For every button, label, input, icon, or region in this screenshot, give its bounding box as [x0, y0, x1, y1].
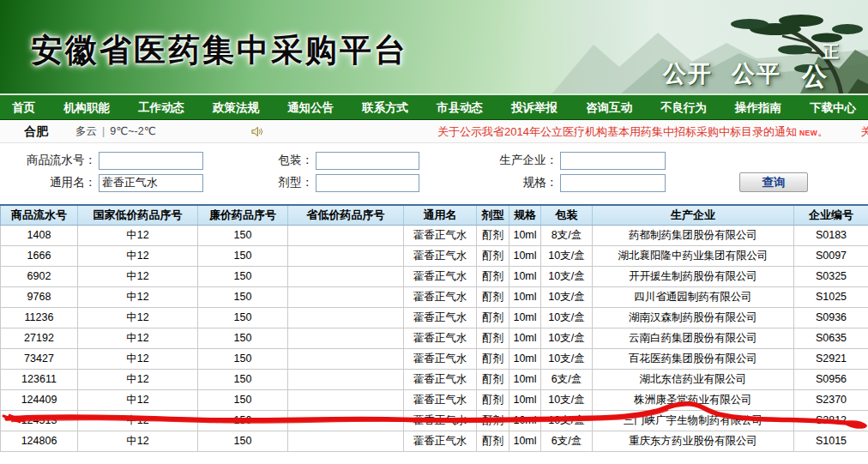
cell-national-lowprice-no: 中12: [78, 225, 198, 245]
cell-cheap-drug-no: 150: [198, 307, 288, 328]
column-header: 廉价药品序号: [198, 205, 288, 225]
cell-packaging: 10支/盒: [541, 410, 593, 431]
cell-spec: 10ml: [509, 286, 541, 307]
cell-serial: 11236: [1, 307, 78, 328]
nav-item[interactable]: 投诉举报: [511, 95, 558, 120]
cell-generic-name: 藿香正气水: [404, 225, 477, 245]
spec-input[interactable]: [560, 174, 666, 192]
cell-spec: 10ml: [509, 245, 541, 266]
speaker-icon: [250, 125, 263, 138]
site-title: 安徽省医药集中采购平台: [31, 29, 408, 72]
notice-link-2[interactable]: 关于公布: [860, 125, 868, 138]
column-header: 通用名: [404, 205, 477, 225]
field-product-serial: 商品流水号：: [0, 151, 203, 170]
table-row: 123611 中12 150 藿香正气水 酊剂 10ml 6支/盒 湖北东信药业…: [1, 369, 868, 389]
cell-packaging: 10支/盒: [541, 286, 593, 307]
cell-generic-name: 藿香正气水: [404, 286, 477, 307]
cell-province-lowprice-no: [288, 307, 404, 328]
cell-serial: 6902: [1, 266, 78, 286]
cell-enterprise-id: S0936: [794, 307, 868, 328]
nav-item[interactable]: 联系方式: [362, 95, 408, 120]
cell-enterprise-id: S2370: [794, 389, 868, 410]
dosage-form-input[interactable]: [316, 174, 419, 192]
cell-enterprise-id: S0097: [794, 245, 868, 266]
cell-cheap-drug-no: 150: [198, 410, 288, 431]
nav-item[interactable]: 通知公告: [287, 95, 334, 120]
cell-enterprise-id: S2921: [794, 348, 868, 369]
temperature: 9℃~-2℃: [110, 125, 155, 137]
cell-province-lowprice-no: [288, 389, 404, 410]
cell-province-lowprice-no: [288, 369, 404, 389]
table-header: 商品流水号国家低价药品序号廉价药品序号省低价药品序号通用名剂型规格包装生产企业企…: [1, 205, 868, 225]
cell-national-lowprice-no: 中12: [78, 286, 198, 307]
generic-name-input[interactable]: [99, 174, 203, 192]
cell-manufacturer: 重庆东方药业股份有限公司: [593, 431, 794, 451]
cell-cheap-drug-no: 150: [198, 286, 288, 307]
packaging-input[interactable]: [316, 152, 419, 170]
search-form: 商品流水号： 包装： 生产企业： 通用名： 剂型： 规格： 查询: [0, 143, 868, 204]
cell-national-lowprice-no: 中12: [78, 431, 198, 451]
cell-province-lowprice-no: [288, 410, 404, 431]
product-serial-input[interactable]: [99, 152, 203, 170]
cell-generic-name: 藿香正气水: [404, 348, 477, 369]
cell-packaging: 10支/盒: [541, 348, 593, 369]
cell-spec: 10ml: [509, 225, 541, 245]
table-row: 1408 中12 150 藿香正气水 酊剂 10ml 8支/盒 药都制药集团股份…: [1, 225, 868, 245]
query-button[interactable]: 查询: [739, 172, 808, 192]
cell-packaging: 10支/盒: [541, 307, 593, 328]
notice-suffix: 。: [817, 126, 828, 138]
notice-link-1[interactable]: 关于公示我省2014年公立医疗机构基本用药集中招标采购中标目录的通知: [437, 125, 797, 138]
column-header: 剂型: [477, 205, 509, 225]
table-row: 1666 中12 150 藿香正气水 酊剂 10ml 10支/盒 湖北襄阳隆中药…: [1, 245, 868, 266]
cell-spec: 10ml: [509, 307, 541, 328]
slogan-word-just: 正公: [802, 55, 829, 89]
field-generic-name: 通用名：: [0, 173, 203, 192]
cell-generic-name: 藿香正气水: [404, 369, 477, 389]
cell-manufacturer: 株洲康圣堂药业有限公司: [593, 389, 794, 410]
cell-manufacturer: 湖南汉森制药股份有限公司: [593, 307, 794, 328]
cell-cheap-drug-no: 150: [198, 389, 288, 410]
weather-info: 多云|9℃~-2℃: [75, 120, 156, 143]
nav-item[interactable]: 咨询互动: [586, 95, 632, 120]
generic-name-label: 通用名：: [0, 175, 99, 190]
cell-generic-name: 藿香正气水: [404, 389, 477, 410]
banner-slogan: 公开 公平 正公: [663, 55, 829, 89]
table-row: 124409 中12 150 藿香正气水 酊剂 10ml 10支/盒 株洲康圣堂…: [1, 389, 868, 410]
column-header: 商品流水号: [1, 205, 78, 225]
cell-national-lowprice-no: 中12: [78, 307, 198, 328]
cell-enterprise-id: S1025: [794, 286, 868, 307]
nav-item[interactable]: 不良行为: [660, 95, 707, 120]
cell-cheap-drug-no: 150: [198, 369, 288, 389]
manufacturer-label: 生产企业：: [480, 153, 560, 168]
nav-item[interactable]: 机构职能: [63, 95, 110, 120]
cell-spec: 10ml: [509, 410, 541, 431]
cell-dosage-form: 酊剂: [477, 266, 509, 286]
nav-item[interactable]: 操作指南: [735, 95, 781, 120]
cell-province-lowprice-no: [288, 348, 404, 369]
nav-item[interactable]: 工作动态: [138, 95, 184, 120]
nav-item[interactable]: 政策法规: [213, 95, 259, 120]
cell-spec: 10ml: [509, 431, 541, 451]
nav-item[interactable]: 下载中心: [810, 95, 856, 120]
cell-dosage-form: 酊剂: [477, 369, 509, 389]
cell-manufacturer: 湖北襄阳隆中药业集团有限公司: [593, 245, 794, 266]
nav-item[interactable]: 市县动态: [437, 95, 483, 120]
cell-packaging: 10支/盒: [541, 266, 593, 286]
table-row: 124513 中12 150 藿香正气水 酊剂 10ml 10支/盒 三门峡广宇…: [1, 410, 868, 431]
results-table-body: 1408 中12 150 藿香正气水 酊剂 10ml 8支/盒 药都制药集团股份…: [1, 225, 868, 451]
nav-item[interactable]: 首页: [12, 95, 35, 120]
cell-serial: 124409: [1, 389, 78, 410]
cell-province-lowprice-no: [288, 328, 404, 348]
field-dosage-form: 剂型：: [257, 173, 419, 192]
cell-enterprise-id: S0956: [794, 369, 868, 389]
packaging-label: 包装：: [257, 153, 316, 168]
cell-national-lowprice-no: 中12: [78, 245, 198, 266]
city-label: 合肥: [24, 120, 48, 143]
cell-dosage-form: 酊剂: [477, 431, 509, 451]
cell-packaging: 6支/盒: [541, 431, 593, 451]
manufacturer-input[interactable]: [560, 152, 666, 170]
field-spec: 规格：: [480, 173, 666, 192]
cell-enterprise-id: S0183: [794, 225, 868, 245]
cell-serial: 73427: [1, 348, 78, 369]
notice-marquee: 关于公示我省2014年公立医疗机构基本用药集中招标采购中标目录的通知NEW。关于…: [437, 120, 868, 145]
